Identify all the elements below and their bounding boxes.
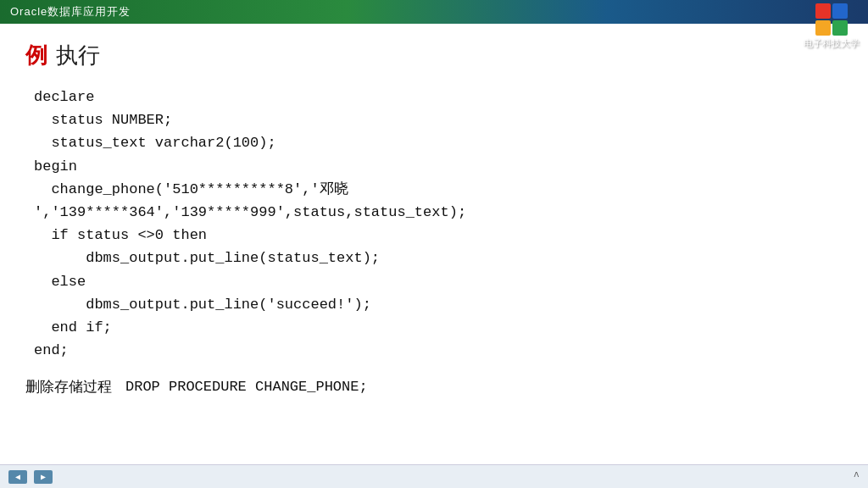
main-content: 例 执行 declare status NUMBER; status_text … [0,24,868,464]
code-line-11: end if; [34,316,843,339]
next-button[interactable]: ▶ [34,470,53,484]
code-line-3: status_text varchar2(100); [34,131,843,154]
top-bar: Oracle数据库应用开发 [0,0,868,24]
section-title-text: 执行 [56,41,100,70]
code-line-4: begin [34,155,843,178]
code-line-1: declare [34,86,843,108]
delete-section: 删除存储过程 DROP PROCEDURE CHANGE_PHONE; [25,377,843,396]
logo-text: 电子科技大学 [804,37,860,50]
logo-cell-blue [832,3,848,19]
code-line-8: dbms_output.put_line(status_text); [34,247,843,269]
code-line-7: if status <>0 then [34,224,843,247]
logo-grid [815,3,848,36]
example-label: 例 [25,41,47,70]
section-title: 例 执行 [25,41,843,70]
top-bar-title: Oracle数据库应用开发 [10,4,131,19]
logo-cell-green [832,20,848,36]
delete-code: DROP PROCEDURE CHANGE_PHONE; [125,379,368,395]
prev-button[interactable]: ◀ [8,470,27,484]
logo-area: 电子科技大学 [804,3,860,50]
code-line-2: status NUMBER; [34,108,843,131]
code-line-5: change_phone('510**********8','邓晓 [34,178,843,201]
delete-label: 删除存储过程 [25,377,112,396]
code-block: declare status NUMBER; status_text varch… [25,86,843,362]
code-line-6: ','139*****364','139*****999',status,sta… [34,201,843,224]
logo-cell-red [815,3,831,19]
bottom-nav: ◀ ▶ [8,470,53,484]
code-line-9: else [34,270,843,293]
bottom-bar: ◀ ▶ ^ [0,464,868,488]
code-line-12: end; [34,339,843,362]
page-caret: ^ [854,471,860,483]
code-line-10: dbms_output.put_line('succeed!'); [34,293,843,316]
slide: Oracle数据库应用开发 电子科技大学 例 执行 declare status… [0,0,868,488]
logo-cell-orange [815,20,831,36]
